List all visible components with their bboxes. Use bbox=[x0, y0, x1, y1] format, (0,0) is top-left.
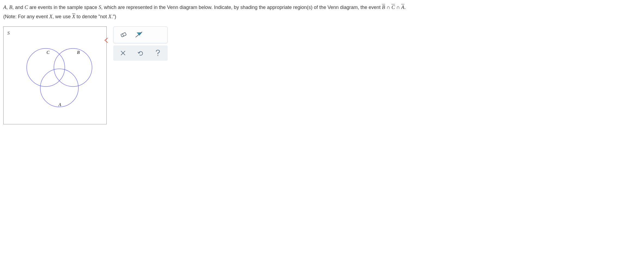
eraser-icon bbox=[119, 31, 127, 38]
var-c: C bbox=[24, 4, 28, 10]
question-note: (Note: For any event X, we use X to deno… bbox=[3, 13, 641, 21]
label-c: C bbox=[47, 50, 50, 55]
label-a: A bbox=[58, 102, 61, 107]
help-icon bbox=[155, 50, 161, 57]
circle-b[interactable] bbox=[54, 48, 92, 87]
question-text: A, B, and C are events in the sample spa… bbox=[3, 3, 641, 21]
toolbox bbox=[113, 26, 168, 61]
fill-tool-button[interactable] bbox=[134, 30, 144, 40]
tool-row-drawing bbox=[113, 26, 168, 43]
expr-not-c: C bbox=[391, 4, 395, 10]
expr-not-a: A bbox=[401, 4, 404, 10]
svg-point-5 bbox=[157, 55, 158, 56]
venn-svg: C B A bbox=[4, 27, 107, 125]
question-line-1: A, B, and C are events in the sample spa… bbox=[3, 3, 641, 11]
close-icon bbox=[120, 50, 126, 56]
venn-diagram-canvas[interactable]: S C B A bbox=[3, 26, 107, 124]
var-s: S bbox=[99, 4, 101, 10]
expr-not-b: B bbox=[382, 4, 385, 10]
svg-rect-0 bbox=[121, 32, 127, 37]
svg-line-1 bbox=[122, 34, 124, 36]
eraser-tool-button[interactable] bbox=[118, 30, 128, 40]
undo-button[interactable] bbox=[136, 48, 145, 58]
var-b: B bbox=[9, 4, 13, 10]
undo-icon bbox=[137, 50, 143, 56]
cursor-marker-icon bbox=[104, 38, 109, 45]
tool-row-actions bbox=[113, 45, 168, 61]
label-b: B bbox=[77, 50, 80, 55]
var-a: A bbox=[3, 4, 7, 10]
clear-button[interactable] bbox=[118, 48, 128, 58]
help-button[interactable] bbox=[153, 48, 163, 58]
circle-a[interactable] bbox=[40, 69, 78, 107]
fill-icon bbox=[135, 31, 143, 38]
